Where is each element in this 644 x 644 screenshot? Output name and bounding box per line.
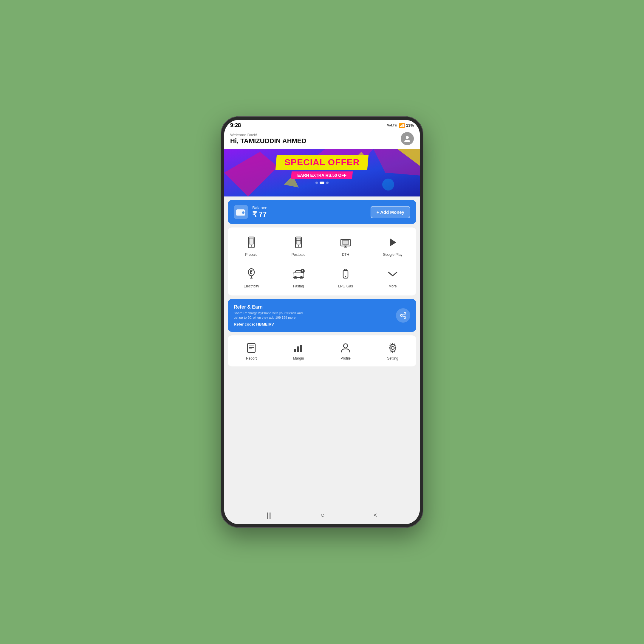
service-row-2: Electricity [228, 261, 416, 293]
svg-text:!: ! [302, 270, 303, 273]
banner-content: SPECIAL OFFER EARN EXTRA RS.50 OFF [230, 155, 414, 184]
user-avatar[interactable] [401, 132, 414, 145]
postpaid-label: Postpaid [292, 253, 306, 257]
service-dth[interactable]: DTH [322, 230, 369, 261]
special-offer-text: SPECIAL OFFER [284, 157, 360, 167]
status-icons: VoLTE 📶 13% [387, 122, 414, 129]
refer-code: Refer code: HBMEIRV [234, 322, 305, 326]
svg-rect-35 [343, 270, 348, 278]
recent-apps-button[interactable]: ||| [267, 511, 272, 519]
nav-margin[interactable]: Margin [275, 338, 322, 364]
googleplay-icon [385, 235, 400, 250]
lpggas-icon [338, 266, 353, 282]
earn-extra-box: EARN EXTRA RS.50 OFF [291, 171, 353, 179]
electricity-icon [244, 266, 259, 282]
dot-1 [315, 182, 318, 184]
more-icon [385, 266, 400, 282]
banner-dots [230, 182, 414, 184]
add-money-button[interactable]: + Add Money [371, 206, 410, 218]
dth-icon [338, 235, 353, 250]
service-lpggas[interactable]: LPG Gas [322, 261, 369, 293]
svg-point-52 [391, 346, 394, 349]
home-button[interactable]: ○ [321, 511, 324, 519]
svg-point-51 [343, 344, 348, 348]
report-icon [245, 341, 258, 354]
service-row-1: Prepaid Postpaid [228, 230, 416, 261]
fastag-label: Fastag [293, 284, 304, 288]
dot-2 [320, 182, 324, 184]
balance-label: Balance [252, 205, 267, 210]
main-content: SPECIAL OFFER EARN EXTRA RS.50 OFF [224, 149, 420, 506]
svg-point-1 [406, 136, 409, 139]
googleplay-label: Google Play [383, 253, 402, 257]
electricity-label: Electricity [244, 284, 259, 288]
share-button[interactable] [396, 308, 410, 323]
balance-amount: ₹ 77 [252, 210, 267, 219]
svg-rect-48 [294, 349, 296, 352]
setting-icon [386, 341, 399, 354]
bottom-navigation: Report Margin [228, 335, 416, 366]
profile-icon [339, 341, 352, 354]
refer-card: Refer & Earn Share RechargeMyPhone with … [228, 299, 416, 332]
wallet-icon [234, 205, 248, 219]
svg-rect-11 [237, 209, 244, 210]
signal-icon: VoLTE [387, 122, 398, 129]
svg-point-39 [404, 312, 406, 314]
svg-rect-44 [247, 343, 255, 352]
margin-icon [292, 341, 305, 354]
svg-point-12 [242, 211, 244, 214]
svg-rect-14 [249, 238, 253, 244]
prepaid-icon [244, 235, 259, 250]
service-more[interactable]: More [369, 261, 416, 293]
service-postpaid[interactable]: Postpaid [275, 230, 322, 261]
status-bar: 9:28 VoLTE 📶 13% [224, 120, 420, 130]
svg-rect-50 [300, 345, 302, 352]
profile-label: Profile [340, 356, 351, 360]
svg-point-18 [298, 245, 299, 247]
refer-info: Refer & Earn Share RechargeMyPhone with … [234, 304, 305, 326]
user-info: Welcome Back! Hi, TAMIZUDDIN AHMED [230, 133, 306, 145]
svg-marker-25 [390, 238, 396, 247]
svg-point-38 [345, 276, 346, 277]
balance-card: Balance ₹ 77 + Add Money [228, 200, 416, 224]
phone-device: 9:28 VoLTE 📶 13% Welcome Back! Hi, TAMIZ… [221, 116, 423, 528]
back-button[interactable]: < [374, 511, 377, 519]
margin-label: Margin [293, 356, 304, 360]
setting-label: Setting [387, 356, 398, 360]
svg-line-43 [402, 314, 404, 315]
prepaid-label: Prepaid [245, 253, 257, 257]
service-fastag[interactable]: ! Fastag [275, 261, 322, 293]
earn-extra-text: EARN EXTRA RS.50 OFF [297, 173, 346, 178]
fastag-icon: ! [291, 266, 306, 282]
service-prepaid[interactable]: Prepaid [228, 230, 275, 261]
app-header: Welcome Back! Hi, TAMIZUDDIN AHMED [224, 130, 420, 149]
svg-rect-17 [296, 238, 301, 244]
postpaid-icon [291, 235, 306, 250]
svg-line-42 [402, 316, 404, 317]
svg-rect-21 [343, 240, 349, 244]
welcome-text: Welcome Back! [230, 133, 306, 137]
refer-desc: Share RechargeMyPhone with your friends … [234, 311, 305, 320]
nav-profile[interactable]: Profile [322, 338, 369, 364]
svg-point-40 [400, 315, 402, 316]
service-googleplay[interactable]: Google Play [369, 230, 416, 261]
svg-point-15 [251, 245, 252, 247]
refer-title: Refer & Earn [234, 304, 305, 310]
service-electricity[interactable]: Electricity [228, 261, 275, 293]
lpggas-label: LPG Gas [338, 284, 353, 288]
special-offer-box: SPECIAL OFFER [275, 155, 369, 170]
balance-details: Balance ₹ 77 [252, 205, 267, 219]
report-label: Report [246, 356, 257, 360]
nav-report[interactable]: Report [228, 338, 275, 364]
balance-info: Balance ₹ 77 [234, 205, 267, 219]
more-label: More [388, 284, 397, 288]
status-time: 9:28 [230, 122, 241, 129]
user-name: Hi, TAMIZUDDIN AHMED [230, 137, 306, 145]
android-navbar: ||| ○ < [224, 506, 420, 524]
wifi-icon: 📶 [399, 123, 405, 128]
svg-point-41 [404, 317, 406, 318]
promo-banner[interactable]: SPECIAL OFFER EARN EXTRA RS.50 OFF [224, 149, 420, 196]
nav-setting[interactable]: Setting [369, 338, 416, 364]
dth-label: DTH [342, 253, 349, 257]
svg-text:VoLTE: VoLTE [387, 123, 397, 127]
